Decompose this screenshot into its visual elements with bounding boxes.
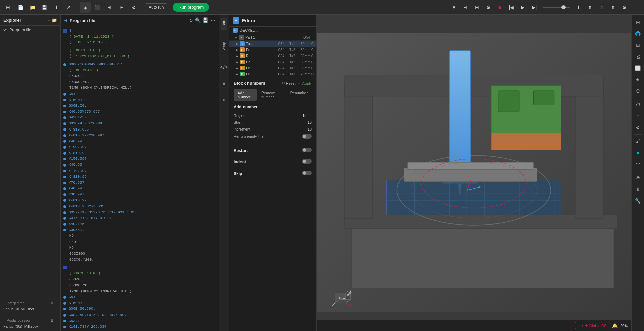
code-g00z50: G00Z50. (69, 227, 84, 233)
rsb-wave-icon[interactable]: 〰 (633, 159, 643, 170)
increment-value[interactable]: 10 (308, 127, 312, 131)
vtab-block-icon[interactable]: ⊟ (221, 80, 227, 87)
rsb-printer2-icon[interactable]: ⬜ (633, 63, 643, 73)
reset-button[interactable]: ↺ Reset (282, 81, 296, 85)
rsb-eye-icon[interactable]: 👁 (633, 173, 643, 183)
settings-icon[interactable]: ⚙ (128, 2, 139, 13)
bn-tab-remove[interactable]: Remove number (257, 89, 286, 101)
download-icon[interactable]: ⬇ (573, 2, 584, 13)
tree-ri-g54: G54 (278, 54, 288, 58)
register-more-icon[interactable]: ⋯ (308, 113, 312, 118)
bn-tab-add[interactable]: Add number (234, 89, 257, 101)
code-dot (63, 229, 66, 231)
add-icon[interactable]: + (47, 17, 50, 23)
settings2-icon[interactable]: ⚙ (483, 2, 494, 13)
tree-op-fr1[interactable]: ▶ F Fr... G54 T#2 80mm C (229, 47, 316, 53)
search-icon[interactable]: 🔍 (195, 17, 201, 23)
refresh-icon[interactable]: ↻ (189, 17, 193, 23)
run-program-button[interactable]: Run program (173, 3, 209, 12)
svg-rect-5 (345, 75, 603, 96)
auto-run-button[interactable]: Auto run (145, 3, 167, 11)
config-icon[interactable]: ⚙ (619, 2, 630, 13)
rsb-brush-icon[interactable]: 🖌 (633, 136, 643, 147)
vtab-edit[interactable]: Edit (221, 18, 227, 30)
new-file-icon[interactable]: 📄 (15, 2, 26, 13)
bn-field-indent: Indent (234, 156, 312, 167)
share-icon[interactable]: ⬆ (608, 2, 618, 13)
folder-icon[interactable]: 📁 (52, 17, 57, 23)
viewport[interactable]: Front Right Z X + ▾ ⊕ Global CS 🔔 (317, 15, 631, 331)
tree-op-ba[interactable]: ▶ B Ba... G54 T#2 80mm C (229, 59, 316, 65)
code-line: G00B.C0. (63, 103, 216, 109)
bn-field-restart: Restart (234, 144, 312, 156)
table-icon[interactable]: ⊟ (116, 2, 127, 13)
indent-icon[interactable]: ⊟ (460, 2, 471, 13)
vtab-setup[interactable]: Setup (221, 39, 227, 54)
rsb-cyan-dot-icon[interactable]: ● (633, 147, 643, 158)
skip-back-icon[interactable]: |◀ (506, 2, 517, 13)
warning-icon[interactable]: ⚠ (596, 2, 607, 13)
code-g49: G49 (69, 239, 76, 245)
sidebar-item-program-file[interactable]: 👁 Program file (0, 26, 60, 34)
indent-label: Indent (234, 158, 246, 166)
skip-forward-icon[interactable]: ▶| (529, 2, 540, 13)
rsb-layers2-icon[interactable]: ≡ (633, 111, 643, 121)
vtab-macro-icon[interactable]: ◈ (221, 96, 227, 103)
tree-op-ri[interactable]: ▶ R Ri... G54 T#2 80mm C (229, 53, 316, 59)
skip-toggle[interactable] (302, 171, 312, 175)
postprocessor-download-icon[interactable]: ⬇ (50, 318, 54, 323)
indent-toggle[interactable] (302, 159, 312, 164)
chart-icon[interactable]: ⊞ (104, 2, 115, 13)
rsb-printer-icon[interactable]: 🖨 (633, 51, 643, 62)
back-arrow-icon[interactable]: ◀ (64, 18, 67, 23)
rsb-grid-icon[interactable]: ⊞ (633, 17, 643, 28)
tree-op-fr2[interactable]: ▶ F Fr... G54 T#3 20mm D (229, 71, 316, 77)
bn-tab-renumber[interactable]: Renumber (286, 89, 312, 101)
rsb-clock-icon[interactable]: ⏱ (633, 99, 643, 110)
apps-icon[interactable]: ⊞ (3, 2, 13, 13)
more-icon[interactable]: ⋮ (631, 2, 641, 13)
tree-op-le[interactable]: ▶ L Le... G54 T#2 80mm C (229, 65, 316, 71)
bell-icon[interactable]: 🔔 (612, 323, 618, 328)
save-file-icon[interactable]: 💾 (203, 17, 208, 23)
program-content[interactable]: S ( DATE: 14.11.2023 ) ( TIME: 9:31:10 )… (61, 26, 219, 331)
section-marker (63, 29, 67, 33)
start-value[interactable]: 10 (308, 120, 312, 124)
register-label: Register (234, 114, 248, 118)
more-file-icon[interactable]: ⋯ (211, 17, 215, 23)
restart-toggle[interactable] (302, 148, 312, 152)
grid-icon[interactable]: ⊞ (472, 2, 482, 13)
rsb-globe-icon[interactable]: 🌐 (633, 28, 643, 39)
active-tool-icon[interactable]: ◈ (80, 2, 91, 13)
renum-toggle[interactable] (302, 134, 312, 139)
tree-part1-g54: G54 (303, 36, 314, 39)
upload-icon[interactable]: ⬆ (585, 2, 595, 13)
code-x810y230: X-810.99Y230.997 (69, 133, 104, 139)
rsb-cube-icon[interactable]: ◈ (633, 74, 643, 85)
tree-part1[interactable]: ▼ P Part 1 G54 (229, 34, 316, 41)
vtab-code-icon[interactable]: </> (221, 64, 227, 71)
rsb-download2-icon[interactable]: ⬇ (633, 184, 643, 195)
apply-button[interactable]: ✓ Apply (298, 81, 312, 85)
save-icon[interactable]: 💾 (39, 2, 50, 13)
speed-slider[interactable] (543, 7, 570, 8)
program-file-icons: ↻ 🔍 💾 ⋯ (189, 17, 215, 23)
tree-icon-fr1: F (240, 47, 245, 52)
lines-icon[interactable]: ≡ (449, 2, 459, 13)
stop-icon[interactable]: ■ (494, 2, 505, 13)
code-g53xy2: G53X0.Y0. (69, 283, 89, 289)
interpreter-download-icon[interactable]: ⬇ (50, 301, 54, 306)
code-dot (63, 99, 66, 101)
export-icon[interactable]: ↗ (63, 2, 74, 13)
rsb-settings3-icon[interactable]: ⚙ (633, 122, 643, 133)
rsb-printer3-icon[interactable]: ⊕ (633, 85, 643, 96)
save-as-icon[interactable]: ⬇ (51, 2, 62, 13)
rsb-tool-icon[interactable]: 🔧 (633, 195, 643, 206)
open-file-icon[interactable]: 📁 (27, 2, 38, 13)
color-icon[interactable]: ⬛ (92, 2, 103, 13)
global-cs-button[interactable]: + ▾ ⊕ Global CS (575, 322, 609, 329)
code-line: S159M3 (63, 97, 216, 103)
tree-op-to[interactable]: ▶ T To... G54 T#1 80mm C (229, 41, 316, 47)
rsb-layers-icon[interactable]: ⊟ (633, 40, 643, 50)
play-icon[interactable]: ▶ (517, 2, 528, 13)
